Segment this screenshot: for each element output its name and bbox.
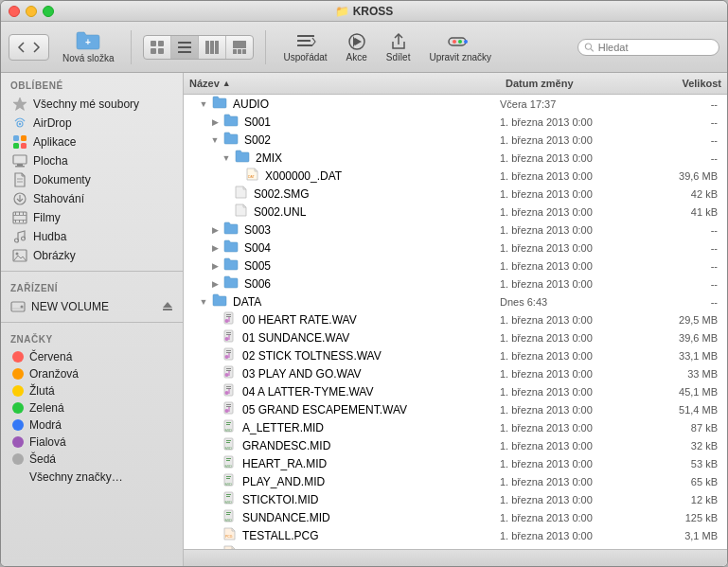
sidebar-item-music[interactable]: Hudba [3, 227, 181, 246]
eject-button[interactable] [162, 300, 173, 313]
table-row[interactable]: S004 1. března 2013 0:00 -- [184, 239, 727, 257]
sidebar-item-tag-yellow[interactable]: Žlutá [3, 382, 181, 399]
sidebar-item-documents[interactable]: Dokumenty [3, 170, 181, 189]
file-type-icon [223, 329, 237, 346]
sidebar-item-tag-purple[interactable]: Fialová [3, 434, 181, 451]
search-box[interactable] [577, 39, 719, 56]
table-row[interactable]: MID A_LETTER.MID 1. března 2013 0:00 87 … [184, 418, 727, 436]
expand-triangle[interactable] [210, 117, 220, 127]
file-name-cell: 04 A LATTER-TYME.WAV [184, 383, 500, 399]
file-name: S002.SMG [254, 187, 310, 201]
sidebar-item-pictures[interactable]: Obrázky [3, 246, 181, 265]
svg-rect-86 [226, 404, 231, 405]
file-name-cell: MID HEART_RA.MID [184, 455, 500, 471]
table-row[interactable]: S002.SMG 1. března 2013 0:00 42 kB [184, 185, 727, 203]
share-button[interactable]: Sdílet [381, 29, 417, 64]
table-row[interactable]: DAT X000000_.DAT 1. března 2013 0:00 39,… [184, 167, 727, 185]
sidebar-item-movies[interactable]: Filmy [3, 208, 181, 227]
finder-window: 📁 KROSS + Nová složka [0, 0, 728, 567]
svg-rect-45 [19, 212, 20, 215]
tag-label: Fialová [29, 435, 66, 449]
file-type-icon: MID [223, 473, 237, 489]
svg-marker-20 [353, 36, 357, 47]
sidebar-item-tag-orange[interactable]: Oranžová [3, 365, 181, 382]
table-row[interactable]: 04 A LATTER-TYME.WAV 1. března 2013 0:00… [184, 382, 727, 400]
expand-triangle[interactable] [210, 243, 220, 253]
icon-view-button[interactable] [144, 36, 171, 59]
sidebar-item-all-files[interactable]: Všechny mé soubory [3, 95, 181, 114]
svg-rect-72 [226, 352, 231, 353]
table-row[interactable]: S005 1. března 2013 0:00 -- [184, 257, 727, 275]
table-row[interactable]: PCG TESTALL.PCG 1. března 2013 0:00 3,1 … [184, 526, 727, 544]
expand-triangle[interactable] [210, 135, 220, 145]
svg-point-73 [225, 355, 229, 359]
table-row[interactable]: 03 PLAY AND GO.WAV 1. března 2013 0:00 3… [184, 364, 727, 382]
table-row[interactable]: AUDIO Včera 17:37 -- [184, 95, 727, 113]
arrange-button[interactable]: Uspořádat [277, 29, 332, 64]
table-row[interactable]: S002.UNL 1. března 2013 0:00 41 kB [184, 203, 727, 221]
expand-triangle[interactable] [222, 153, 231, 163]
svg-rect-14 [242, 49, 246, 54]
edit-tags-icon [447, 31, 473, 52]
svg-rect-91 [226, 422, 231, 423]
svg-rect-9 [210, 41, 214, 54]
file-date-cell: 1. března 2013 0:00 [500, 242, 651, 254]
svg-rect-46 [23, 212, 24, 215]
file-name: S003 [244, 223, 271, 237]
toolbar-separator-2 [265, 30, 266, 64]
file-name: 04 A LATTER-TYME.WAV [242, 385, 373, 399]
table-row[interactable]: DATA Dnes 6:43 -- [184, 292, 727, 310]
table-row[interactable]: 2MIX 1. března 2013 0:00 -- [184, 149, 727, 167]
expand-triangle[interactable] [199, 99, 208, 109]
table-row[interactable]: MID STICKTOI.MID 1. března 2013 0:00 12 … [184, 490, 727, 508]
col-header-size[interactable]: Velikost [651, 76, 727, 91]
table-row[interactable]: S001 1. března 2013 0:00 -- [184, 113, 727, 131]
expand-triangle[interactable] [210, 261, 220, 271]
back-forward-button[interactable] [9, 34, 49, 61]
expand-triangle[interactable] [210, 225, 220, 235]
table-row[interactable]: 02 STICK TOLTNESS.WAV 1. března 2013 0:0… [184, 346, 727, 364]
svg-rect-111 [226, 512, 231, 513]
sidebar-item-downloads[interactable]: Stahování [3, 189, 181, 208]
action-button[interactable]: Akce [341, 29, 373, 64]
table-row[interactable]: S003 1. března 2013 0:00 -- [184, 221, 727, 239]
table-row[interactable]: MID SUNDANCE.MID 1. března 2013 0:00 125… [184, 508, 727, 526]
minimize-button[interactable] [26, 6, 37, 17]
file-size-cell: 29,5 MB [651, 314, 727, 326]
sidebar-item-tag-green[interactable]: Zelená [3, 399, 181, 416]
close-button[interactable] [9, 6, 20, 17]
sidebar-item-all-tags[interactable]: Všechny značky… [3, 468, 181, 487]
column-view-button[interactable] [199, 36, 226, 59]
sidebar-item-desktop[interactable]: Plocha [3, 151, 181, 170]
col-header-name[interactable]: Název ▲ [184, 76, 500, 91]
sidebar-item-tag-gray[interactable]: Šedá [3, 451, 181, 468]
col-header-date[interactable]: Datum změny [500, 76, 651, 91]
table-row[interactable]: S006 1. března 2013 0:00 -- [184, 275, 727, 292]
sidebar-item-tag-blue[interactable]: Modrá [3, 416, 181, 434]
sidebar-item-new-volume[interactable]: NEW VOLUME [1, 297, 183, 316]
table-row[interactable]: 01 SUNDANCE.WAV 1. března 2013 0:00 39,6… [184, 328, 727, 346]
file-name-cell: AUDIO [184, 96, 500, 112]
maximize-button[interactable] [43, 6, 54, 17]
table-row[interactable]: 00 HEART RATE.WAV 1. března 2013 0:00 29… [184, 310, 727, 328]
file-size-cell: -- [651, 134, 727, 146]
list-view-button[interactable] [171, 36, 199, 59]
file-date-cell: Včera 17:37 [500, 98, 651, 110]
expand-triangle[interactable] [199, 297, 208, 307]
new-folder-button[interactable]: + Nová složka [57, 28, 119, 65]
sidebar-item-airdrop[interactable]: AirDrop [3, 114, 181, 133]
sidebar-item-apps[interactable]: Aplikace [3, 133, 181, 151]
table-row[interactable]: MID PLAY_AND.MID 1. března 2013 0:00 65 … [184, 472, 727, 490]
table-row[interactable]: S002 1. března 2013 0:00 -- [184, 131, 727, 149]
table-row[interactable]: 05 GRAND ESCAPEMENT.WAV 1. března 2013 0… [184, 400, 727, 418]
expand-triangle[interactable] [210, 279, 220, 289]
table-row[interactable]: MID HEART_RA.MID 1. března 2013 0:00 53 … [184, 454, 727, 472]
svg-point-53 [16, 253, 19, 256]
sidebar-item-tag-red[interactable]: Červená [3, 348, 181, 365]
cover-flow-button[interactable] [226, 36, 253, 59]
search-input[interactable] [598, 42, 713, 53]
table-row[interactable]: MID GRANDESC.MID 1. března 2013 0:00 32 … [184, 436, 727, 454]
file-date-cell: 1. března 2013 0:00 [500, 386, 651, 398]
file-name-cell: S006 [184, 275, 500, 292]
edit-tags-button[interactable]: Upravit značky [423, 29, 497, 64]
